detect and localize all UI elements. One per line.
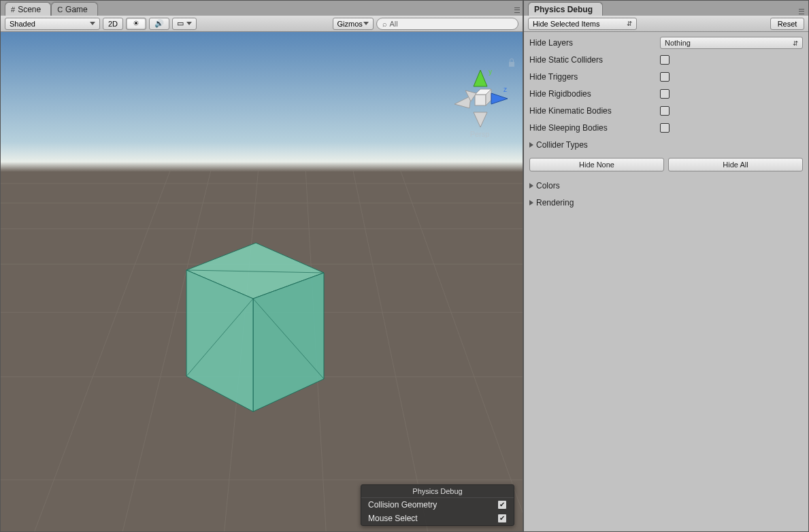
- foldout-arrow-icon: [529, 200, 533, 205]
- prop-label: Hide Triggers: [529, 72, 656, 82]
- prop-label: Hide Rigidbodies: [529, 89, 656, 99]
- toggle-lighting-button[interactable]: ☀: [126, 18, 146, 30]
- svg-marker-23: [474, 70, 487, 86]
- checkbox[interactable]: [660, 55, 670, 65]
- hide-buttons-row: Hide None Hide All: [529, 158, 803, 171]
- scene-toolbar: Shaded 2D ☀ 🔊 ▭ Gizmos ⌕ All: [1, 16, 523, 32]
- filter-mode-dropdown[interactable]: Hide Selected Items ⇵: [528, 18, 637, 30]
- checkbox[interactable]: [660, 89, 670, 99]
- svg-rect-20: [475, 95, 486, 105]
- chevron-updown-icon: ⇵: [793, 39, 798, 47]
- overlay-row-mouse-select[interactable]: Mouse Select: [361, 512, 514, 525]
- prop-label: Hide Static Colliders: [529, 55, 656, 65]
- tab-label: Physics Debug: [534, 5, 593, 14]
- tab-physics-debug[interactable]: Physics Debug: [528, 2, 603, 16]
- tab-label: Game: [65, 5, 88, 14]
- checkbox[interactable]: [497, 500, 507, 510]
- checkbox[interactable]: [497, 514, 507, 523]
- hide-none-button[interactable]: Hide None: [529, 158, 664, 171]
- panel-menu-icon[interactable]: [799, 9, 804, 14]
- foldout-collider-types[interactable]: Collider Types: [529, 138, 803, 152]
- layers-dropdown[interactable]: Nothing ⇵: [660, 37, 803, 49]
- image-icon: ▭: [177, 19, 184, 28]
- prop-hide-rigidbodies: Hide Rigidbodies: [529, 87, 803, 101]
- axis-y-label: y: [489, 68, 492, 76]
- projection-label[interactable]: Persp: [449, 130, 510, 138]
- scene-object-cube[interactable]: [174, 222, 331, 413]
- left-tab-row: # Scene C Game: [1, 1, 523, 16]
- physics-debug-panel: Physics Debug Hide Selected Items ⇵ Rese…: [523, 0, 809, 532]
- right-tab-row: Physics Debug: [524, 1, 808, 16]
- tab-game[interactable]: C Game: [51, 2, 98, 16]
- foldout-arrow-icon: [529, 142, 533, 148]
- axis-z-label: z: [503, 86, 507, 93]
- overlay-row-label: Mouse Select: [368, 514, 418, 523]
- overlay-row-collision-geometry[interactable]: Collision Geometry: [361, 498, 514, 512]
- foldout-colors[interactable]: Colors: [529, 179, 803, 193]
- gizmos-dropdown[interactable]: Gizmos: [333, 18, 374, 30]
- scene-panel: # Scene C Game Shaded 2D ☀ 🔊 ▭: [0, 0, 523, 532]
- prop-hide-triggers: Hide Triggers: [529, 70, 803, 84]
- svg-marker-25: [455, 96, 471, 108]
- overlay-row-label: Collision Geometry: [368, 500, 437, 510]
- chevron-down-icon: [363, 22, 369, 25]
- search-placeholder: All: [390, 20, 398, 28]
- gizmos-label: Gizmos: [337, 20, 363, 28]
- checkbox[interactable]: [660, 123, 670, 133]
- sun-icon: ☀: [133, 19, 139, 28]
- physics-debug-overlay[interactable]: Physics Debug Collision Geometry Mouse S…: [361, 484, 514, 526]
- prop-hide-kinematic-bodies: Hide Kinematic Bodies: [529, 104, 803, 118]
- prop-hide-static-colliders: Hide Static Colliders: [529, 53, 803, 67]
- prop-label: Hide Layers: [529, 38, 656, 48]
- scene-search-input[interactable]: ⌕ All: [376, 18, 519, 30]
- shade-mode-dropdown[interactable]: Shaded: [5, 18, 100, 30]
- hide-all-button[interactable]: Hide All: [668, 158, 803, 171]
- toggle-2d-button[interactable]: 2D: [103, 18, 123, 30]
- reset-button[interactable]: Reset: [770, 18, 804, 30]
- chevron-updown-icon: ⇵: [627, 20, 632, 27]
- foldout-rendering[interactable]: Rendering: [529, 196, 803, 210]
- prop-label: Hide Sleeping Bodies: [529, 123, 656, 133]
- panel-menu-icon[interactable]: [514, 7, 520, 13]
- svg-marker-26: [474, 112, 487, 127]
- scene-viewport[interactable]: y z Persp Physics Debug Collision Geomet…: [1, 32, 523, 531]
- checkbox[interactable]: [660, 72, 670, 82]
- physics-debug-toolbar: Hide Selected Items ⇵ Reset: [524, 16, 808, 32]
- physics-debug-properties: Hide Layers Nothing ⇵ Hide Static Collid…: [524, 32, 808, 531]
- tab-label: Scene: [18, 5, 41, 14]
- tab-scene[interactable]: # Scene: [5, 2, 51, 16]
- shade-mode-label: Shaded: [10, 20, 35, 28]
- prop-hide-layers: Hide Layers Nothing ⇵: [529, 36, 803, 50]
- prop-label: Hide Kinematic Bodies: [529, 106, 656, 116]
- checkbox[interactable]: [660, 106, 670, 116]
- orientation-gizmo[interactable]: y z Persp: [449, 56, 510, 138]
- toggle-audio-button[interactable]: 🔊: [149, 18, 169, 30]
- foldout-label: Rendering: [536, 198, 574, 207]
- fx-dropdown[interactable]: ▭: [172, 18, 197, 30]
- search-icon: ⌕: [382, 20, 387, 28]
- scene-icon: #: [11, 5, 15, 14]
- overlay-title: Physics Debug: [361, 485, 514, 498]
- layers-value: Nothing: [665, 39, 691, 47]
- game-icon: C: [57, 5, 63, 14]
- foldout-label: Colors: [536, 181, 560, 190]
- foldout-label: Collider Types: [536, 140, 588, 150]
- prop-hide-sleeping-bodies: Hide Sleeping Bodies: [529, 121, 803, 135]
- chevron-down-icon: [186, 22, 192, 25]
- svg-marker-24: [491, 93, 508, 104]
- foldout-arrow-icon: [529, 183, 533, 188]
- filter-mode-label: Hide Selected Items: [533, 20, 599, 28]
- chevron-down-icon: [90, 22, 95, 25]
- speaker-icon: 🔊: [154, 19, 164, 28]
